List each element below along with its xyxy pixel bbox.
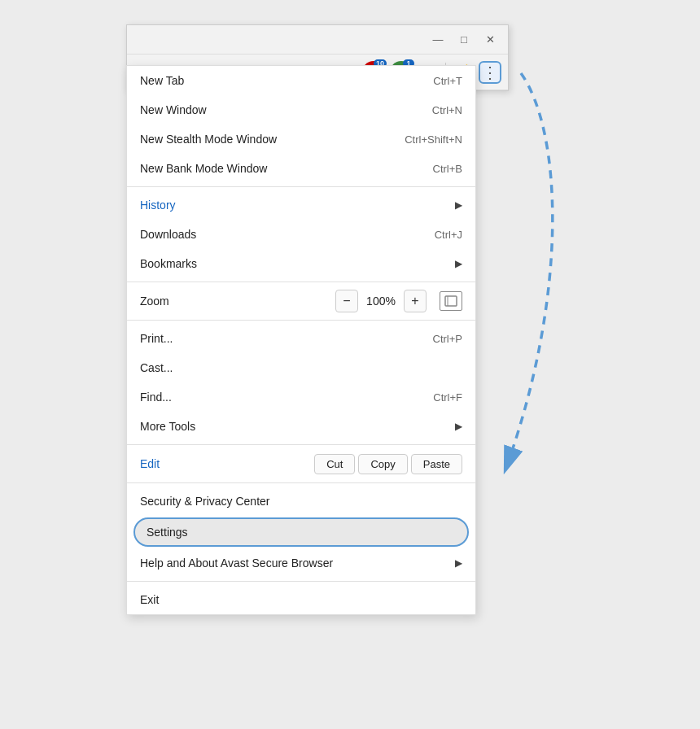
menu-item-help[interactable]: Help and About Avast Secure Browser ▶ [127,548,475,578]
svg-rect-0 [445,296,457,306]
paste-button[interactable]: Paste [411,454,462,474]
menu-item-settings[interactable]: Settings [133,517,469,547]
menu-item-bank[interactable]: New Bank Mode Window Ctrl+B [127,154,475,183]
menu-item-cast[interactable]: Cast... [127,353,475,382]
close-button[interactable]: ✕ [479,28,501,51]
menu-button[interactable]: ⋮ [479,61,501,84]
separator-5 [127,482,475,483]
separator-4 [127,444,475,445]
menu-item-exit[interactable]: Exit [127,585,475,614]
zoom-value: 100% [365,295,397,308]
copy-button[interactable]: Copy [358,454,407,474]
menu-item-new-window[interactable]: New Window Ctrl+N [127,95,475,124]
menu-item-security[interactable]: Security & Privacy Center [127,487,475,516]
menu-item-downloads[interactable]: Downloads Ctrl+J [127,220,475,249]
cut-button[interactable]: Cut [314,454,355,474]
menu-item-bookmarks[interactable]: Bookmarks ▶ [127,249,475,278]
menu-item-find[interactable]: Find... Ctrl+F [127,382,475,412]
menu-item-more-tools[interactable]: More Tools ▶ [127,412,475,441]
context-menu: New Tab Ctrl+T New Window Ctrl+N New Ste… [126,65,476,615]
fullscreen-button[interactable] [440,291,462,311]
menu-item-stealth[interactable]: New Stealth Mode Window Ctrl+Shift+N [127,124,475,154]
separator-2 [127,282,475,282]
edit-row: Edit Cut Copy Paste [127,448,475,479]
zoom-out-button[interactable]: − [335,290,358,312]
menu-item-print[interactable]: Print... Ctrl+P [127,324,475,353]
menu-item-new-tab[interactable]: New Tab Ctrl+T [127,66,475,95]
minimize-button[interactable]: — [427,28,449,51]
separator-6 [127,581,475,582]
zoom-in-button[interactable]: + [404,290,427,312]
title-bar: — □ ✕ [127,25,508,55]
maximize-button[interactable]: □ [453,28,475,51]
separator-1 [127,186,475,187]
zoom-controls: − 100% + [335,290,462,312]
menu-item-history[interactable]: History ▶ [127,190,475,220]
zoom-row: Zoom − 100% + [127,286,475,316]
separator-3 [127,320,475,321]
